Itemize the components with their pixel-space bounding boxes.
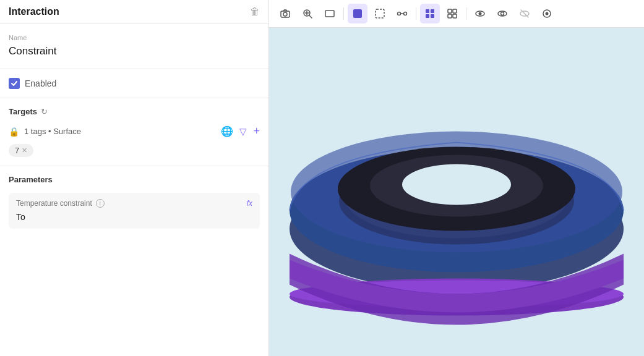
zoom-icon [302, 8, 313, 19]
globe-icon[interactable]: 🌐 [221, 125, 233, 137]
panel-title: Interaction [9, 6, 59, 17]
edge-icon [374, 8, 385, 19]
connect-icon [397, 8, 408, 19]
eye3-icon [519, 8, 530, 19]
toolbar-separator-2 [416, 7, 416, 20]
3d-scene [269, 28, 644, 356]
solid-icon [352, 8, 363, 19]
toolbar-eye3-btn[interactable] [515, 4, 535, 23]
svg-rect-13 [431, 9, 434, 13]
targets-title: Targets [9, 107, 37, 116]
name-input[interactable] [9, 44, 260, 59]
enabled-label: Enabled [25, 78, 56, 88]
camera-icon [280, 8, 291, 19]
add-icon[interactable]: + [253, 125, 260, 138]
toolbar-camera2-btn[interactable] [537, 4, 557, 23]
enabled-checkbox[interactable] [9, 78, 20, 89]
svg-point-23 [501, 12, 504, 15]
name-field-wrapper: Name [9, 34, 260, 59]
eye1-icon [474, 8, 486, 19]
toolbar-grid1-btn[interactable] [420, 4, 440, 23]
targets-info: 1 tags • Surface [24, 127, 81, 136]
toolbar-rect-btn[interactable] [320, 4, 340, 23]
filter-icon[interactable]: ▽ [239, 126, 247, 137]
toolbar-zoom-btn[interactable] [298, 4, 317, 23]
toolbar-separator-1 [343, 7, 344, 20]
name-label: Name [9, 34, 260, 41]
svg-rect-17 [453, 9, 457, 13]
toolbar-connect-btn[interactable] [392, 4, 412, 23]
targets-row: 🔒 1 tags • Surface 🌐 ▽ + [9, 125, 260, 138]
delete-icon[interactable]: 🗑 [250, 6, 260, 17]
svg-point-9 [398, 12, 401, 15]
3d-viewport[interactable] [269, 28, 644, 356]
right-panel [269, 0, 644, 356]
svg-rect-14 [426, 14, 429, 18]
info-icon[interactable]: i [96, 199, 105, 208]
grid1-icon [424, 8, 436, 19]
svg-point-10 [404, 12, 407, 15]
param-card: Temperature constraint i fx [9, 193, 260, 229]
targets-actions: 🌐 ▽ + [221, 125, 260, 138]
svg-point-1 [283, 12, 287, 16]
name-section: Name [0, 24, 268, 69]
svg-line-3 [309, 15, 312, 18]
toolbar-separator-3 [466, 7, 466, 20]
toolbar-grid2-btn[interactable] [442, 4, 462, 23]
svg-rect-7 [353, 9, 362, 18]
toolbar-eye2-btn[interactable] [492, 4, 512, 23]
toolbar-eye1-btn[interactable] [470, 4, 490, 23]
svg-rect-8 [376, 9, 384, 18]
targets-section: Targets ↻ 🔒 1 tags • Surface 🌐 ▽ + 7 ✕ [0, 98, 268, 166]
param-card-header: Temperature constraint i fx [16, 199, 252, 208]
targets-left: 🔒 1 tags • Surface [9, 127, 81, 137]
eye2-icon [497, 8, 508, 19]
svg-rect-16 [448, 9, 452, 13]
toolbar-solid-btn[interactable] [348, 4, 367, 23]
camera2-icon [541, 8, 552, 19]
checkmark-icon [11, 80, 18, 87]
rect-icon [324, 8, 335, 19]
lock-icon: 🔒 [9, 127, 19, 137]
param-label-row: Temperature constraint i [16, 199, 105, 208]
svg-point-27 [546, 12, 549, 15]
svg-point-41 [402, 164, 511, 205]
targets-header: Targets ↻ [9, 107, 260, 116]
svg-rect-12 [426, 9, 429, 13]
svg-rect-19 [453, 14, 457, 18]
left-panel: Interaction 🗑 Name Enabled Targets ↻ 🔒 1… [0, 0, 269, 356]
toolbar-camera-btn[interactable] [275, 4, 295, 23]
svg-rect-18 [448, 14, 452, 18]
parameters-section: Parameters Temperature constraint i fx [0, 166, 268, 237]
toolbar [269, 0, 644, 28]
fx-icon[interactable]: fx [247, 199, 252, 208]
param-value-input[interactable] [16, 212, 252, 222]
panel-header: Interaction 🗑 [0, 0, 268, 24]
svg-rect-6 [325, 11, 334, 17]
tag-number: 7 [15, 146, 19, 155]
svg-point-21 [479, 12, 482, 15]
param-label: Temperature constraint [16, 199, 92, 208]
parameters-title: Parameters [9, 175, 260, 184]
toolbar-edge-btn[interactable] [370, 4, 390, 23]
tag-chip[interactable]: 7 ✕ [9, 144, 33, 157]
svg-rect-15 [431, 14, 434, 18]
refresh-icon[interactable]: ↻ [41, 107, 48, 116]
tag-remove-icon[interactable]: ✕ [22, 146, 27, 155]
grid2-icon [447, 8, 458, 19]
enabled-section: Enabled [0, 69, 268, 98]
